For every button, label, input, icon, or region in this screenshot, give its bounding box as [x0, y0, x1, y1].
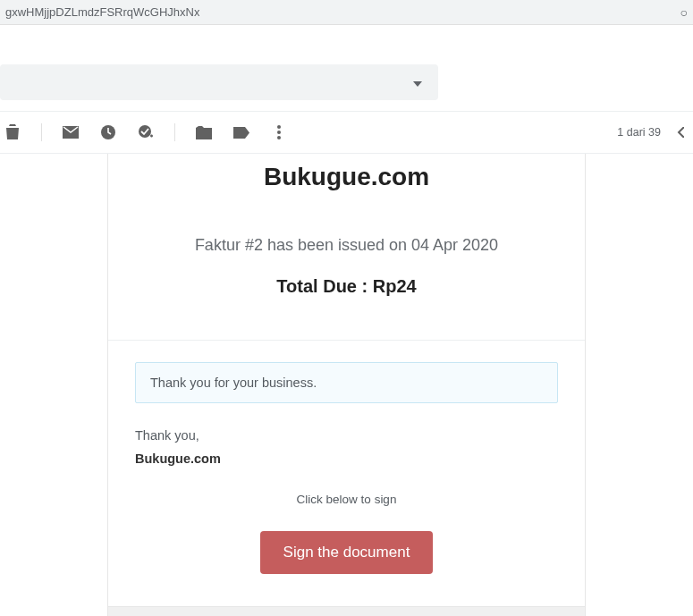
browser-url-bar: gxwHMjjpDZLmdzFSRrqWcGHJhxNx ○ [0, 0, 693, 25]
svg-point-1 [139, 125, 151, 138]
sign-button-wrap: Sign the document [135, 531, 558, 606]
chevron-down-icon [413, 74, 422, 90]
brand-title: Bukugue.com [108, 154, 585, 236]
delete-icon[interactable] [4, 123, 21, 141]
browser-control-icon[interactable]: ○ [680, 5, 688, 20]
category-dropdown[interactable] [0, 64, 438, 100]
chevron-left-icon[interactable] [672, 123, 689, 141]
sign-document-button[interactable]: Sign the document [260, 531, 434, 574]
snooze-icon[interactable] [99, 123, 117, 141]
mail-body: Bukugue.com Faktur #2 has been issued on… [107, 154, 586, 616]
label-icon[interactable] [232, 123, 250, 141]
svg-point-4 [277, 136, 281, 139]
url-fragment: gxwHMjjpDZLmdzFSRrqWcGHJhxNx [5, 5, 199, 19]
click-below-text: Click below to sign [135, 493, 558, 506]
thank-you-box: Thank you for your business. [135, 362, 558, 403]
mail-footer: To contact Bukugue.com, you can reply to… [108, 606, 585, 616]
spacer [0, 25, 693, 64]
add-task-icon[interactable] [137, 123, 155, 141]
dropdown-row [0, 64, 693, 100]
more-icon[interactable] [270, 123, 288, 141]
toolbar-divider [174, 123, 175, 141]
toolbar-right: 1 dari 39 [617, 123, 693, 141]
toolbar-left [0, 123, 288, 141]
svg-point-3 [277, 131, 281, 134]
total-due-line: Total Due : Rp24 [108, 276, 585, 340]
sender-name: Bukugue.com [135, 451, 558, 466]
svg-point-2 [277, 125, 281, 129]
mark-unread-icon[interactable] [62, 123, 80, 141]
move-to-icon[interactable] [195, 123, 213, 141]
pagination-text: 1 dari 39 [617, 126, 661, 139]
mail-toolbar: 1 dari 39 [0, 111, 693, 154]
content-section: Thank you for your business. Thank you, … [108, 341, 585, 606]
thank-you-text: Thank you, [135, 428, 558, 443]
toolbar-divider [41, 123, 42, 141]
mail-area: Bukugue.com Faktur #2 has been issued on… [0, 154, 693, 616]
issued-line: Faktur #2 has been issued on 04 Apr 2020 [108, 236, 585, 276]
